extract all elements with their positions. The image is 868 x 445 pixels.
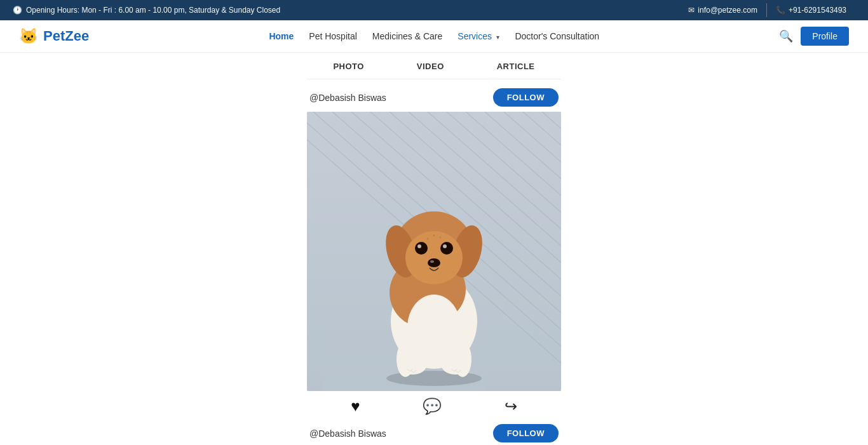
- svg-point-26: [440, 242, 453, 255]
- post-image-1: [307, 112, 561, 391]
- nav-links: Home Pet Hospital Medicines & Care Servi…: [269, 30, 599, 42]
- phone-text: +91-6291543493: [789, 6, 846, 15]
- contact-info: ✉ info@petzee.com 📞 +91-6291543493: [679, 3, 855, 17]
- email-text: info@petzee.com: [698, 6, 757, 15]
- comment-button-1[interactable]: 💬: [423, 397, 442, 415]
- tab-video[interactable]: VIDEO: [410, 59, 451, 74]
- nav-link-medicines[interactable]: Medicines & Care: [372, 31, 443, 41]
- nav-item-pet-hospital[interactable]: Pet Hospital: [309, 30, 356, 42]
- svg-point-34: [454, 342, 471, 377]
- svg-point-29: [428, 258, 440, 267]
- post-card-1: @Debasish Biswas FOLLOW: [307, 88, 561, 442]
- svg-point-28: [443, 244, 447, 248]
- nav-item-consultation[interactable]: Doctor's Consultation: [515, 30, 599, 42]
- svg-point-24: [405, 231, 463, 284]
- post-username-2: @Debasish Biswas: [309, 428, 386, 439]
- top-bar: 🕐 Opening Hours: Mon - Fri : 6.00 am - 1…: [0, 0, 868, 20]
- share-button-1[interactable]: ↪: [505, 397, 517, 415]
- nav-link-pet-hospital[interactable]: Pet Hospital: [309, 31, 356, 41]
- email-contact: ✉ info@petzee.com: [679, 3, 766, 17]
- follow-button-1[interactable]: FOLLOW: [493, 88, 559, 107]
- post-header-2: @Debasish Biswas FOLLOW: [307, 422, 561, 442]
- puppy-svg: [307, 112, 561, 391]
- tab-photo[interactable]: PHOTO: [327, 59, 370, 74]
- phone-icon: 📞: [776, 6, 785, 15]
- clock-icon: 🕐: [13, 6, 22, 15]
- nav-right: 🔍 Profile: [779, 27, 849, 46]
- nav-item-medicines[interactable]: Medicines & Care: [372, 30, 443, 42]
- nav-link-services[interactable]: Services: [458, 31, 492, 41]
- svg-point-37: [440, 237, 442, 239]
- follow-button-2[interactable]: FOLLOW: [493, 424, 559, 442]
- nav-link-home[interactable]: Home: [269, 31, 294, 41]
- opening-hours: 🕐 Opening Hours: Mon - Fri : 6.00 am - 1…: [13, 6, 280, 15]
- feed-container: PHOTO VIDEO ARTICLE @Debasish Biswas FOL…: [307, 59, 561, 445]
- svg-point-20: [407, 295, 461, 361]
- nav-link-consultation[interactable]: Doctor's Consultation: [515, 31, 599, 41]
- brand-name: PetZee: [43, 28, 89, 44]
- svg-point-30: [430, 260, 434, 263]
- like-button-1[interactable]: ♥: [351, 397, 360, 415]
- tab-article[interactable]: ARTICLE: [491, 59, 541, 74]
- opening-hours-text: Opening Hours: Mon - Fri : 6.00 am - 10.…: [26, 6, 280, 15]
- brand-logo[interactable]: 🐱 PetZee: [19, 27, 89, 45]
- svg-point-27: [417, 244, 421, 248]
- svg-point-32: [397, 342, 414, 377]
- search-icon: 🔍: [779, 30, 793, 43]
- feed-tabs: PHOTO VIDEO ARTICLE: [307, 59, 561, 79]
- nav-item-services[interactable]: Services: [458, 30, 499, 42]
- svg-point-35: [433, 235, 435, 237]
- navbar: 🐱 PetZee Home Pet Hospital Medicines & C…: [0, 20, 868, 53]
- phone-contact: 📞 +91-6291543493: [766, 3, 855, 17]
- email-icon: ✉: [688, 6, 695, 15]
- profile-button[interactable]: Profile: [801, 27, 849, 46]
- post-username-1: @Debasish Biswas: [309, 93, 386, 103]
- svg-point-36: [427, 238, 429, 240]
- search-button[interactable]: 🔍: [779, 29, 793, 43]
- main-content: PHOTO VIDEO ARTICLE @Debasish Biswas FOL…: [0, 53, 868, 445]
- nav-item-home[interactable]: Home: [269, 30, 294, 42]
- post-actions-1: ♥ 💬 ↪: [307, 391, 561, 422]
- svg-point-25: [415, 242, 428, 255]
- brand-icon: 🐱: [19, 27, 38, 45]
- post-header-1: @Debasish Biswas FOLLOW: [307, 88, 561, 107]
